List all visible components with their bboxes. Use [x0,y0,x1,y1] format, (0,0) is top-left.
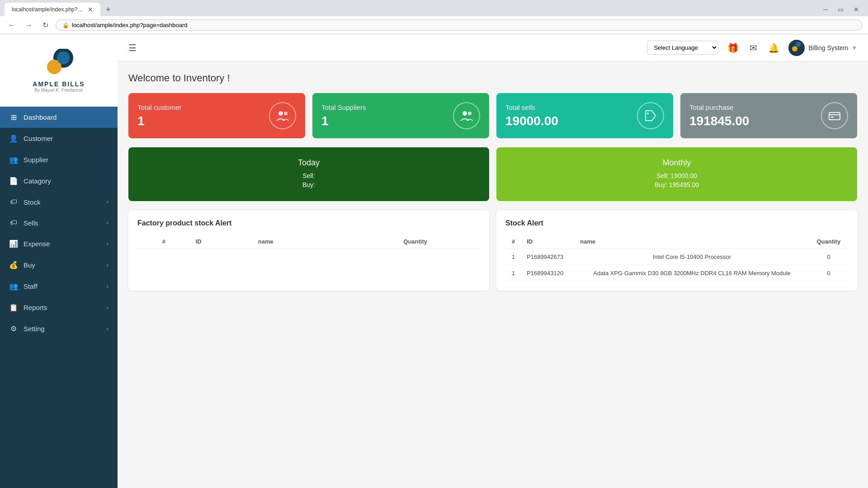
factory-alert-card: Factory product stock Alert # ID name Qu… [128,210,489,291]
sidebar-label-reports: Reports [24,304,101,311]
sells-icon: 🏷 [9,219,18,227]
stat-card-sells-info: Total sells 19000.00 [505,103,558,128]
stat-card-purchase-label: Total purchase [689,103,749,111]
svg-point-5 [792,46,797,52]
customers-icon [276,109,289,122]
stat-card-suppliers-icon [453,102,480,129]
language-select[interactable]: Select Language English Spanish French [647,41,718,55]
row-num: 1 [505,249,521,265]
stock-col-num: # [505,235,521,249]
row-num: 1 [505,265,521,282]
maximize-button[interactable]: ▭ [834,5,847,14]
sidebar-label-supplier: Supplier [24,156,108,164]
new-tab-button[interactable]: + [102,3,114,16]
stat-card-customer-value: 1 [137,114,182,128]
lock-icon: 🔒 [62,22,69,28]
svg-point-6 [796,42,801,47]
stat-card-total-purchase: Total purchase 191845.00 [680,93,857,138]
bell-icon[interactable]: 🔔 [766,41,781,55]
stock-alert-card: Stock Alert # ID name Quantity 1 [496,210,857,291]
sidebar-label-setting: Setting [24,325,101,333]
category-icon: 📄 [9,177,18,185]
main-content: ☰ Select Language English Spanish French… [118,34,868,488]
today-card: Today Sell: Buy: [128,147,489,201]
customer-icon: 👤 [9,134,18,143]
dashboard-icon: ⊞ [9,113,18,122]
stat-card-sells-value: 19000.00 [505,114,558,128]
stat-card-purchase-value: 191845.00 [689,114,749,128]
topbar-user[interactable]: Billing System ▼ [788,40,857,56]
nav-arrow-buy: ‹ [107,262,108,268]
reload-button[interactable]: ↻ [40,20,51,30]
browser-chrome: localhost/ample/index.php?page=dashboard… [0,0,868,34]
gift-icon[interactable]: 🎁 [726,41,741,55]
stat-card-sells-icon [637,102,664,129]
sidebar-item-supplier[interactable]: 👥 Supplier [0,149,118,170]
stat-card-sells-label: Total sells [505,103,558,111]
back-button[interactable]: ← [5,20,18,30]
buy-icon: 💰 [9,261,18,269]
factory-alert-table: # ID name Quantity [137,235,480,249]
sidebar-item-setting[interactable]: ⚙ Setting ‹ [0,318,118,339]
sidebar-item-category[interactable]: 📄 Catagory [0,170,118,192]
stat-card-purchase-icon [821,102,848,129]
factory-col-qty: Quantity [350,235,480,249]
forward-button[interactable]: → [23,20,35,30]
stat-card-suppliers-label: Total Suppliers [321,103,366,111]
row-name: Adata XPG Gammix D30 8GB 3200MHz DDR4 CL… [575,265,809,282]
nav-arrow-setting: ‹ [107,326,108,332]
stat-card-suppliers-value: 1 [321,114,366,128]
browser-tabs: localhost/ample/index.php?page=dashboard… [0,0,868,16]
stat-cards: Total customer 1 Total Suppl [128,93,857,138]
monthly-title: Monthly [507,158,846,168]
tab-close-button[interactable]: ✕ [88,6,93,13]
user-dropdown-icon: ▼ [852,45,857,51]
stock-alert-title: Stock Alert [505,219,848,227]
sidebar-label-dashboard: Dashboard [24,113,108,121]
sidebar-item-dashboard[interactable]: ⊞ Dashboard [0,107,118,128]
alert-row: Factory product stock Alert # ID name Qu… [128,210,857,291]
table-row: 1 P1689942673 Intel Core I5-10400 Proces… [505,249,848,265]
factory-alert-title: Factory product stock Alert [137,219,480,227]
sidebar-logo: AMPLE BILLS By Mayuri K. Freelancer [0,34,118,107]
user-name-label: Billing System [808,44,848,52]
stat-card-customer-icon [269,102,296,129]
stock-col-name: name [575,235,809,249]
supplier-icon: 👥 [9,155,18,164]
minimize-button[interactable]: ─ [820,5,831,14]
table-row: 1 P1689943120 Adata XPG Gammix D30 8GB 3… [505,265,848,282]
sidebar-item-sells[interactable]: 🏷 Sells ‹ [0,212,118,233]
address-bar[interactable]: 🔒 localhost/ample/index.php?page=dashboa… [56,19,863,31]
sidebar-label-buy: Buy [24,261,101,269]
stat-card-total-customer: Total customer 1 [128,93,305,138]
sidebar-item-reports[interactable]: 📋 Reports ‹ [0,297,118,318]
sidebar-item-expense[interactable]: 📊 Expense ‹ [0,233,118,254]
reports-icon: 📋 [9,303,18,312]
close-button[interactable]: ✕ [850,5,863,14]
user-logo-icon [788,40,805,56]
svg-point-11 [647,113,649,114]
svg-rect-13 [831,117,834,118]
setting-icon: ⚙ [9,324,18,333]
monthly-sell: Sell: 19000.00 [507,172,846,179]
topbar: ☰ Select Language English Spanish French… [118,34,868,61]
sidebar-label-sells: Sells [24,219,101,227]
stock-icon: 🏷 [9,198,18,206]
browser-controls: ← → ↻ 🔒 localhost/ample/index.php?page=d… [0,16,868,34]
url-text: localhost/ample/index.php?page=dashboard [72,22,188,28]
sidebar: AMPLE BILLS By Mayuri K. Freelancer ⊞ Da… [0,34,118,488]
suppliers-icon [460,109,473,122]
stat-card-total-sells: Total sells 19000.00 [496,93,673,138]
sidebar-item-stock[interactable]: 🏷 Stock ‹ [0,192,118,212]
factory-col-name: name [253,235,351,249]
menu-toggle-button[interactable]: ☰ [128,42,137,53]
svg-rect-12 [829,113,840,120]
mail-icon[interactable]: ✉ [748,41,759,55]
nav-arrow-reports: ‹ [107,305,108,311]
sidebar-item-staff[interactable]: 👥 Staff ‹ [0,276,118,297]
sidebar-item-customer[interactable]: 👤 Customer [0,128,118,149]
stat-card-purchase-info: Total purchase 191845.00 [689,103,749,128]
expense-icon: 📊 [9,239,18,248]
browser-tab-active[interactable]: localhost/ample/index.php?page=dashboard… [5,3,100,16]
sidebar-item-buy[interactable]: 💰 Buy ‹ [0,254,118,276]
